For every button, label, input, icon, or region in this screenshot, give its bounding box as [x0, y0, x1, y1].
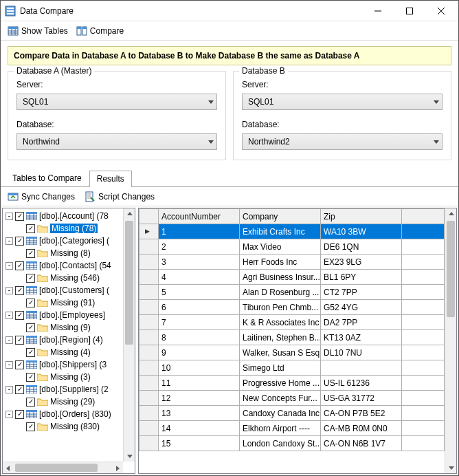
- cell-company[interactable]: Simego Ltd: [240, 360, 321, 376]
- row-header[interactable]: [139, 255, 159, 270]
- tree-node[interactable]: Missing (29): [16, 396, 122, 408]
- expand-toggle-icon[interactable]: -: [5, 312, 13, 319]
- cell-company[interactable]: Exhibit Crafts Inc: [240, 224, 321, 239]
- cell-zip[interactable]: DE6 1QN: [321, 239, 402, 255]
- cell-zip[interactable]: KT13 0AZ: [321, 330, 402, 345]
- cell-extra[interactable]: [402, 330, 445, 345]
- row-header[interactable]: [139, 436, 159, 451]
- cell-zip[interactable]: CT2 7PP: [321, 285, 402, 300]
- expand-toggle-icon[interactable]: -: [5, 287, 13, 294]
- cell-company[interactable]: Candoxy Canada Inc.: [240, 406, 321, 421]
- checkbox[interactable]: [26, 422, 35, 431]
- cell-company[interactable]: Herr Foods Inc: [240, 255, 321, 270]
- cell-accountnumber[interactable]: 2: [159, 239, 240, 255]
- cell-zip[interactable]: US-IL 61236: [321, 376, 402, 391]
- show-tables-button[interactable]: Show Tables: [5, 24, 71, 38]
- cell-accountnumber[interactable]: 6: [159, 300, 240, 315]
- cell-accountnumber[interactable]: 8: [159, 330, 240, 345]
- grid-row[interactable]: 1Exhibit Crafts IncWA10 3BW: [139, 224, 445, 239]
- row-header[interactable]: [139, 421, 159, 436]
- cell-company[interactable]: London Candoxy St...: [240, 436, 321, 451]
- cell-accountnumber[interactable]: 15: [159, 436, 240, 451]
- expand-toggle-icon[interactable]: -: [5, 386, 13, 393]
- grid-row[interactable]: 12New Concepts Fur...US-GA 31772: [139, 391, 445, 406]
- tree-node[interactable]: Missing (91): [16, 296, 122, 309]
- server-a-dropdown[interactable]: SQL01: [16, 94, 217, 110]
- checkbox[interactable]: [26, 323, 35, 332]
- checkbox[interactable]: [15, 261, 24, 270]
- checkbox[interactable]: [15, 385, 24, 394]
- grid-row[interactable]: 8Laitinen, Stephen B...KT13 0AZ: [139, 330, 445, 345]
- row-header[interactable]: [139, 300, 159, 315]
- row-header[interactable]: [139, 239, 159, 255]
- cell-zip[interactable]: DA2 7PP: [321, 315, 402, 330]
- tree-node[interactable]: -[dbo].[Account] (78: [5, 210, 122, 222]
- cell-company[interactable]: Elkhorn Airport ----: [240, 421, 321, 436]
- cell-accountnumber[interactable]: 13: [159, 406, 240, 421]
- row-header-corner[interactable]: [139, 209, 159, 224]
- cell-company[interactable]: Agri Business Insur...: [240, 270, 321, 285]
- cell-accountnumber[interactable]: 5: [159, 285, 240, 300]
- cell-zip[interactable]: CA-ON P7B 5E2: [321, 406, 402, 421]
- cell-extra[interactable]: [402, 255, 445, 270]
- cell-extra[interactable]: [402, 300, 445, 315]
- tree-node[interactable]: -[dbo].[Region] (4): [5, 334, 122, 346]
- cell-extra[interactable]: [402, 345, 445, 360]
- minimize-button[interactable]: [362, 1, 394, 21]
- sync-changes-button[interactable]: Sync Changes: [5, 190, 78, 204]
- checkbox[interactable]: [26, 224, 35, 233]
- checkbox[interactable]: [26, 398, 35, 407]
- checkbox[interactable]: [15, 311, 24, 320]
- cell-extra[interactable]: [402, 285, 445, 300]
- expand-toggle-icon[interactable]: -: [5, 411, 13, 418]
- cell-zip[interactable]: CA-ON N6B 1V7: [321, 436, 402, 451]
- tree-node[interactable]: Missing (546): [16, 272, 122, 284]
- checkbox[interactable]: [15, 237, 24, 246]
- tree-node[interactable]: -[dbo].[Customers] (: [5, 284, 122, 296]
- cell-extra[interactable]: [402, 270, 445, 285]
- cell-extra[interactable]: [402, 239, 445, 255]
- checkbox[interactable]: [15, 410, 24, 419]
- tree-node[interactable]: -[dbo].[Employees]: [5, 309, 122, 321]
- script-changes-button[interactable]: Script Changes: [82, 190, 157, 204]
- grid-row[interactable]: 3Herr Foods IncEX23 9LG: [139, 255, 445, 270]
- cell-accountnumber[interactable]: 4: [159, 270, 240, 285]
- database-b-dropdown[interactable]: Northwind2: [242, 133, 443, 150]
- col-extra[interactable]: [402, 209, 445, 224]
- cell-company[interactable]: Laitinen, Stephen B...: [240, 330, 321, 345]
- tree-node[interactable]: -[dbo].[Shippers] (3: [5, 358, 122, 371]
- row-header[interactable]: [139, 345, 159, 360]
- grid-row[interactable]: 13Candoxy Canada Inc.CA-ON P7B 5E2: [139, 406, 445, 421]
- cell-zip[interactable]: DL10 7NU: [321, 345, 402, 360]
- expand-toggle-icon[interactable]: -: [5, 336, 13, 344]
- cell-accountnumber[interactable]: 14: [159, 421, 240, 436]
- checkbox[interactable]: [15, 336, 24, 345]
- cell-extra[interactable]: [402, 406, 445, 421]
- cell-extra[interactable]: [402, 421, 445, 436]
- tree-node[interactable]: Missing (8): [16, 247, 122, 259]
- expand-toggle-icon[interactable]: -: [5, 361, 13, 369]
- cell-accountnumber[interactable]: 12: [159, 391, 240, 406]
- row-header[interactable]: [139, 406, 159, 421]
- tree-vertical-scrollbar[interactable]: [123, 208, 135, 462]
- tree-node[interactable]: -[dbo].[Suppliers] (2: [5, 383, 122, 396]
- checkbox[interactable]: [26, 249, 35, 258]
- grid-row[interactable]: 14Elkhorn Airport ----CA-MB R0M 0N0: [139, 421, 445, 436]
- checkbox[interactable]: [26, 274, 35, 283]
- expand-toggle-icon[interactable]: -: [5, 262, 13, 270]
- row-header[interactable]: [139, 376, 159, 391]
- tree-horizontal-scrollbar[interactable]: [3, 462, 123, 473]
- row-header[interactable]: [139, 360, 159, 376]
- grid-row[interactable]: 10Simego Ltd: [139, 360, 445, 376]
- cell-company[interactable]: New Concepts Fur...: [240, 391, 321, 406]
- cell-company[interactable]: Tiburon Pen Chmb...: [240, 300, 321, 315]
- cell-accountnumber[interactable]: 1: [159, 224, 240, 239]
- tree-node[interactable]: Missing (4): [16, 346, 122, 358]
- col-company[interactable]: Company: [240, 209, 321, 224]
- cell-zip[interactable]: US-GA 31772: [321, 391, 402, 406]
- grid-row[interactable]: 11Progressive Home ...US-IL 61236: [139, 376, 445, 391]
- row-header[interactable]: [139, 285, 159, 300]
- cell-extra[interactable]: [402, 376, 445, 391]
- maximize-button[interactable]: [394, 1, 425, 21]
- database-a-dropdown[interactable]: Northwind: [16, 133, 217, 150]
